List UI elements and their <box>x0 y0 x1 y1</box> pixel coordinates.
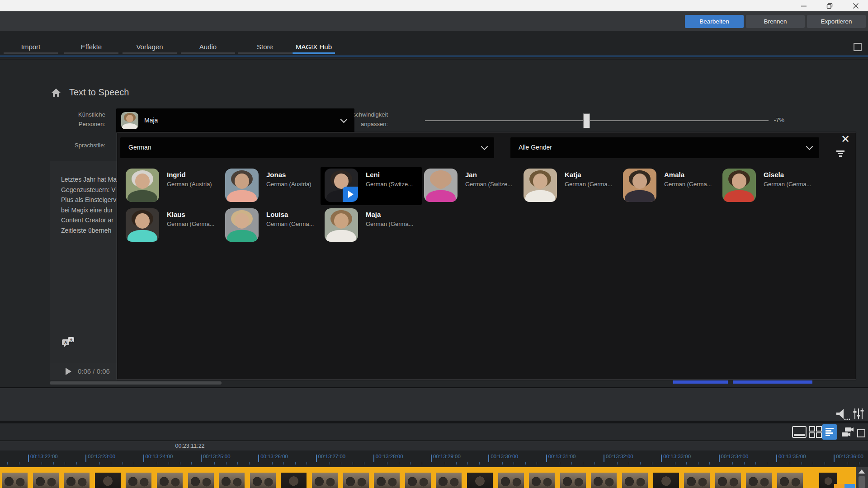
video-thumbnail[interactable] <box>436 473 462 488</box>
translate-icon[interactable]: A 文 <box>61 336 75 348</box>
scrollbar-thumb[interactable] <box>859 476 865 488</box>
ruler-major-tick <box>28 455 29 462</box>
tab-effekte[interactable]: Effekte <box>81 43 102 51</box>
chevron-down-icon <box>806 143 813 150</box>
speed-slider-thumb[interactable] <box>583 113 590 128</box>
video-thumbnail[interactable] <box>250 473 276 488</box>
ruler-minor-tick <box>594 462 595 465</box>
preview-monitor-icon[interactable] <box>792 426 807 438</box>
video-thumbnail[interactable] <box>33 473 59 488</box>
speaker-icon[interactable] <box>835 408 850 421</box>
tab-import[interactable]: Import <box>21 43 41 51</box>
toolbar-button-exportieren[interactable]: Exportieren <box>807 15 866 28</box>
speed-slider-track[interactable] <box>425 120 769 121</box>
toolbar-button-bearbeiten[interactable]: Bearbeiten <box>685 15 744 28</box>
video-thumbnail[interactable] <box>777 473 803 488</box>
voice-card-leni[interactable]: LeniGerman (Switze... <box>321 167 422 205</box>
hidden-action-button-1[interactable] <box>673 380 728 384</box>
home-icon[interactable] <box>51 88 61 97</box>
ruler-timecode-label: 00:13:22:00 <box>30 454 58 459</box>
ruler-minor-tick <box>790 462 790 465</box>
ruler-minor-tick <box>686 462 687 465</box>
tab-vorlagen[interactable]: Vorlagen <box>136 43 163 51</box>
video-thumbnail[interactable] <box>2 473 28 488</box>
voice-card-gisela[interactable]: GiselaGerman (Germa... <box>718 167 820 205</box>
ruler-minor-tick <box>123 462 123 465</box>
voice-name: Ingrid <box>167 171 186 178</box>
tab-audio[interactable]: Audio <box>199 43 217 51</box>
ruler-major-tick <box>373 455 374 462</box>
voice-card-jonas[interactable]: JonasGerman (Austria) <box>221 167 322 205</box>
divider <box>0 59 868 60</box>
voice-name: Louisa <box>266 211 288 218</box>
video-thumbnail[interactable] <box>715 473 741 488</box>
language-filter-dropdown[interactable]: German <box>120 137 494 158</box>
ruler-major-tick <box>488 455 489 462</box>
close-button[interactable] <box>845 0 866 11</box>
video-thumbnail[interactable] <box>405 473 431 488</box>
hidden-action-button-2[interactable] <box>733 380 812 384</box>
ruler-minor-tick <box>560 462 560 465</box>
tab-magix-hub[interactable]: MAGIX Hub <box>296 43 332 51</box>
ruler-minor-tick <box>169 462 169 465</box>
ruler-minor-tick <box>65 462 65 465</box>
voice-language: German (Germa... <box>266 221 314 227</box>
voice-card-maja[interactable]: MajaGerman (Germa... <box>321 206 422 245</box>
voice-card-jan[interactable]: JanGerman (Switze... <box>420 167 521 205</box>
video-thumbnail[interactable] <box>157 473 183 488</box>
video-thumbnail[interactable] <box>281 473 307 488</box>
ruler-major-tick <box>85 455 86 462</box>
video-thumbnail[interactable] <box>126 473 151 488</box>
play-overlay-button[interactable] <box>343 187 358 202</box>
video-thumbnail[interactable] <box>560 473 586 488</box>
toolbar-button-brennen[interactable]: Brennen <box>746 15 805 28</box>
video-track[interactable] <box>0 467 856 488</box>
video-thumbnail[interactable] <box>343 473 369 488</box>
video-thumbnail[interactable] <box>529 473 555 488</box>
video-thumbnail[interactable] <box>95 473 121 488</box>
horizontal-scrollbar[interactable] <box>50 381 222 385</box>
ruler-minor-tick <box>744 462 745 465</box>
minimize-button[interactable] <box>793 0 814 11</box>
voice-card-katja[interactable]: KatjaGerman (Germa... <box>519 167 621 205</box>
filter-icon[interactable] <box>836 150 845 158</box>
video-thumbnail[interactable] <box>622 473 648 488</box>
single-view-icon[interactable] <box>857 429 865 437</box>
grid-view-icon[interactable] <box>809 426 822 438</box>
restore-button[interactable] <box>819 0 840 11</box>
ruler-minor-tick <box>307 462 307 465</box>
voice-card-klaus[interactable]: KlausGerman (Germa... <box>122 206 223 245</box>
mixer-icon[interactable] <box>853 408 864 420</box>
ruler-minor-tick <box>640 462 641 465</box>
scroll-up-arrow[interactable] <box>859 469 865 474</box>
video-thumbnail[interactable] <box>591 473 617 488</box>
voice-card-ingrid[interactable]: IngridGerman (Austria) <box>122 167 223 205</box>
ruler-timecode-label: 00:13:28:00 <box>376 454 403 459</box>
video-thumbnail[interactable] <box>653 473 679 488</box>
person-dropdown[interactable]: Maja <box>116 108 354 133</box>
timeline-ruler[interactable]: 00:13:22:0000:13:23:0000:13:24:0000:13:2… <box>0 450 868 467</box>
play-icon[interactable] <box>66 368 71 375</box>
tab-store[interactable]: Store <box>257 43 273 51</box>
voice-language: German (Germa... <box>565 181 612 188</box>
video-thumbnail[interactable] <box>467 473 493 488</box>
ruler-timecode-label: 00:13:23:00 <box>88 454 115 459</box>
voice-card-amala[interactable]: AmalaGerman (Germa... <box>619 167 720 205</box>
camera-view-icon[interactable] <box>841 427 854 438</box>
popup-close-button[interactable]: ✕ <box>840 133 851 145</box>
voice-card-louisa[interactable]: LouisaGerman (Germa... <box>221 206 322 245</box>
ruler-minor-tick <box>272 462 273 465</box>
script-text-panel[interactable]: Letztes Jahr hat MaGegenzusteuern: VPlus… <box>50 161 117 363</box>
video-thumbnail[interactable] <box>312 473 338 488</box>
panel-layout-icon[interactable] <box>854 43 862 51</box>
video-thumbnail[interactable] <box>498 473 524 488</box>
ruler-minor-tick <box>456 462 457 465</box>
video-thumbnail[interactable] <box>219 473 245 488</box>
video-thumbnail[interactable] <box>684 473 710 488</box>
video-thumbnail[interactable] <box>374 473 400 488</box>
video-thumbnail[interactable] <box>746 473 772 488</box>
list-view-button-active[interactable] <box>822 424 837 440</box>
gender-filter-dropdown[interactable]: Alle Gender <box>510 137 819 158</box>
video-thumbnail[interactable] <box>64 473 90 488</box>
video-thumbnail[interactable] <box>188 473 214 488</box>
